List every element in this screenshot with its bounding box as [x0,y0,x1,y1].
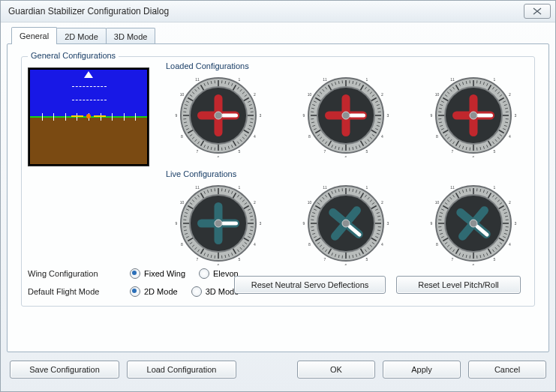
cancel-button[interactable]: Cancel [468,361,546,379]
svg-text:7: 7 [452,149,454,154]
svg-text:7: 7 [324,149,326,154]
svg-text:6: 6 [473,155,475,157]
svg-text:10: 10 [308,200,312,205]
radio-fixed-wing[interactable]: Fixed Wing [130,268,185,279]
reset-servo-button[interactable]: Reset Neutral Servo Deflections [234,276,386,294]
svg-text:8: 8 [308,134,311,139]
gauge-dial-icon: 1234567891011 [293,73,398,157]
svg-text:2: 2 [381,200,383,205]
tab-label: 3D Mode [114,32,148,41]
live-dial-2: 1234567891011 [293,181,398,265]
svg-point-461 [470,220,477,227]
subhead-loaded: Loaded Configurations [166,61,249,70]
svg-text:9: 9 [303,113,305,118]
svg-text:2: 2 [509,92,511,97]
svg-point-307 [215,220,222,227]
svg-text:4: 4 [509,134,511,139]
svg-point-384 [342,220,350,227]
tab-2d-mode[interactable]: 2D Mode [56,28,107,44]
window-title: Guardian Stabilizer Configuration Dialog [8,6,169,16]
svg-text:2: 2 [254,92,256,97]
svg-text:9: 9 [303,221,305,226]
titlebar: Guardian Stabilizer Configuration Dialog [1,1,555,22]
group-legend: General Configurations [28,51,119,60]
gauge-dial-icon: 1234567891011 [421,73,526,157]
svg-text:5: 5 [239,257,241,262]
svg-text:6: 6 [345,155,347,157]
svg-text:3: 3 [260,221,262,226]
svg-text:10: 10 [180,92,185,97]
svg-text:8: 8 [308,242,311,247]
ok-button[interactable]: OK [297,361,375,379]
radio-2d-mode[interactable]: 2D Mode [130,286,178,297]
svg-text:7: 7 [452,257,454,262]
reset-level-button[interactable]: Reset Level Pitch/Roll [396,276,521,294]
flight-mode-label: Default Flight Mode [28,287,116,296]
svg-text:7: 7 [324,257,326,262]
svg-text:8: 8 [181,242,183,247]
svg-text:8: 8 [436,242,438,247]
close-icon [533,7,542,15]
dialog-button-row: Save Configuration Load Configuration OK… [7,358,549,381]
svg-text:9: 9 [431,221,433,226]
attitude-pitch-ladder [89,73,90,113]
svg-text:1: 1 [239,77,241,82]
button-label: Reset Neutral Servo Deflections [251,280,369,289]
bottom-right-buttons: OK Apply Cancel [297,361,546,379]
svg-text:5: 5 [239,149,241,154]
svg-text:10: 10 [180,200,185,205]
svg-text:9: 9 [176,113,178,118]
radio-elevon[interactable]: Elevon [199,268,239,279]
button-label: Reset Level Pitch/Roll [418,280,499,289]
svg-text:7: 7 [197,257,199,262]
button-label: Cancel [494,365,520,374]
tab-general[interactable]: General [11,27,57,44]
row-wing-config: Wing Configuration Fixed Wing Elevon [28,268,239,279]
loaded-dial-1: 1234567891011 [166,73,271,157]
svg-text:3: 3 [515,221,517,226]
attitude-ground [30,118,147,164]
svg-point-230 [470,112,477,119]
tab-page-general: General Configurations Lo [7,43,549,352]
tabstrip: General 2D Mode 3D Mode [11,28,155,44]
group-general-config: General Configurations Lo [21,56,535,307]
gauge-dial-icon: 1234567891011 [421,181,526,265]
svg-text:10: 10 [308,92,312,97]
svg-text:11: 11 [450,185,455,190]
radio-icon [199,268,209,279]
radio-3d-mode[interactable]: 3D Mode [191,286,239,297]
svg-text:8: 8 [181,134,183,139]
svg-text:3: 3 [515,113,517,118]
svg-text:11: 11 [323,77,327,82]
svg-text:1: 1 [366,77,368,82]
svg-text:2: 2 [509,200,511,205]
apply-button[interactable]: Apply [383,361,461,379]
svg-text:5: 5 [366,149,368,154]
subhead-live: Live Configurations [166,169,236,178]
radio-icon [191,286,202,297]
svg-rect-152 [349,114,365,118]
live-dial-3: 1234567891011 [421,181,526,265]
svg-text:2: 2 [381,92,383,97]
close-button[interactable] [524,4,551,19]
svg-text:1: 1 [239,185,241,190]
svg-text:11: 11 [323,185,327,190]
live-dials-row: 123456789101112345678910111234567891011 [166,181,526,265]
radio-icon [130,268,140,279]
radio-label: 2D Mode [144,287,178,296]
tab-3d-mode[interactable]: 3D Mode [106,28,156,44]
svg-text:1: 1 [494,185,496,190]
svg-text:6: 6 [218,155,220,157]
gauge-dial-icon: 1234567891011 [293,181,398,265]
row-default-flight-mode: Default Flight Mode 2D Mode 3D Mode [28,286,239,297]
svg-text:6: 6 [218,263,220,265]
save-config-button[interactable]: Save Configuration [10,361,119,379]
loaded-dials-row: 123456789101112345678910111234567891011 [166,73,526,157]
svg-text:9: 9 [176,221,178,226]
svg-text:2: 2 [254,200,256,205]
svg-text:3: 3 [387,221,389,226]
load-config-button[interactable]: Load Configuration [127,361,236,379]
svg-text:4: 4 [254,242,256,247]
svg-text:11: 11 [450,77,455,82]
dialog-window: Guardian Stabilizer Configuration Dialog… [0,0,556,392]
